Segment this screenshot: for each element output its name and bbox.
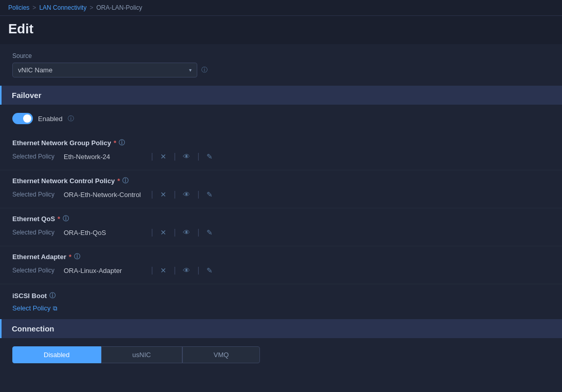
- sep-1c: |: [197, 190, 199, 199]
- ethernet-network-group-policy-info-icon[interactable]: ⓘ: [119, 139, 125, 147]
- ethernet-network-control-policy-info-icon[interactable]: ⓘ: [122, 177, 128, 185]
- source-value: vNIC Name: [18, 66, 52, 74]
- enabled-info-icon[interactable]: ⓘ: [68, 114, 74, 123]
- iscsi-select-policy-link[interactable]: Select Policy ⧉: [12, 304, 550, 312]
- ethernet-network-group-policy-group: Ethernet Network Group Policy * ⓘ Select…: [0, 132, 562, 170]
- ethernet-network-group-view-icon[interactable]: 👁: [181, 151, 192, 162]
- connection-section: Connection Disabled usNIC VMQ: [0, 319, 562, 363]
- ethernet-qos-policy-info-icon[interactable]: ⓘ: [63, 214, 69, 223]
- ethernet-adapter-policy-row-label: Selected Policy: [12, 267, 64, 274]
- source-info-icon[interactable]: ⓘ: [201, 66, 208, 74]
- ethernet-network-control-view-icon[interactable]: 👁: [181, 189, 192, 200]
- ethernet-adapter-view-icon[interactable]: 👁: [181, 265, 192, 276]
- connection-header: Connection: [0, 319, 562, 338]
- ethernet-network-group-policy-name: Ethernet Network Group Policy: [12, 139, 111, 147]
- ethernet-network-group-policy-row: Selected Policy Eth-Network-24 | ✕ | 👁 |…: [12, 151, 550, 162]
- sep-1b: |: [174, 190, 176, 199]
- sep-0b: |: [174, 152, 176, 161]
- ethernet-network-control-policy-row-label: Selected Policy: [12, 191, 64, 198]
- source-label: Source: [12, 52, 550, 60]
- toggle-thumb: [23, 114, 31, 123]
- sep-0a: |: [151, 152, 153, 161]
- breadcrumb-sep-2: >: [89, 4, 93, 11]
- ethernet-qos-edit-icon[interactable]: ✎: [204, 227, 215, 238]
- source-section: Source vNIC Name ▾ ⓘ: [0, 44, 562, 86]
- ethernet-adapter-edit-icon[interactable]: ✎: [204, 265, 215, 276]
- connection-tabs: Disabled usNIC VMQ: [0, 338, 562, 363]
- ethernet-qos-policy-group: Ethernet QoS * ⓘ Selected Policy ORA-Eth…: [0, 208, 562, 246]
- ethernet-network-group-clear-icon[interactable]: ✕: [158, 151, 168, 162]
- enabled-toggle[interactable]: [12, 113, 33, 124]
- required-star-2: *: [58, 215, 60, 223]
- enabled-label: Enabled: [38, 115, 63, 123]
- ethernet-network-control-edit-icon[interactable]: ✎: [204, 189, 215, 200]
- failover-section: Failover Enabled ⓘ Ethernet Network Grou…: [0, 86, 562, 319]
- ethernet-qos-policy-title: Ethernet QoS * ⓘ: [12, 214, 550, 223]
- connection-tab-usnic[interactable]: usNIC: [101, 346, 182, 363]
- sep-3a: |: [151, 266, 153, 275]
- required-star-1: *: [117, 177, 120, 185]
- failover-header: Failover: [0, 86, 562, 105]
- breadcrumb-lan-connectivity[interactable]: LAN Connectivity: [39, 4, 86, 11]
- breadcrumb-sep-1: >: [32, 4, 36, 11]
- iscsi-boot-info-icon[interactable]: ⓘ: [49, 291, 55, 300]
- required-star-0: *: [114, 139, 116, 147]
- ethernet-network-control-policy-value: ORA-Eth-Network-Control: [64, 191, 146, 199]
- ethernet-adapter-policy-info-icon[interactable]: ⓘ: [74, 252, 80, 261]
- breadcrumb-ora-lan-policy: ORA-LAN-Policy: [96, 4, 142, 11]
- ethernet-adapter-policy-title: Ethernet Adapter * ⓘ: [12, 252, 550, 261]
- ethernet-qos-policy-name: Ethernet QoS: [12, 215, 55, 223]
- iscsi-boot-section: iSCSI Boot ⓘ Select Policy ⧉: [0, 284, 562, 319]
- required-star-3: *: [69, 253, 71, 261]
- ethernet-qos-clear-icon[interactable]: ✕: [158, 227, 168, 238]
- ethernet-network-group-policy-row-label: Selected Policy: [12, 153, 64, 160]
- iscsi-boot-name: iSCSI Boot: [12, 292, 47, 300]
- ethernet-adapter-policy-row: Selected Policy ORA-Linux-Adapter | ✕ | …: [12, 265, 550, 276]
- sep-1a: |: [151, 190, 153, 199]
- sep-2b: |: [174, 228, 176, 237]
- ethernet-network-control-policy-group: Ethernet Network Control Policy * ⓘ Sele…: [0, 170, 562, 208]
- chevron-down-icon: ▾: [189, 67, 192, 73]
- ethernet-network-control-clear-icon[interactable]: ✕: [158, 189, 168, 200]
- ethernet-network-control-policy-row: Selected Policy ORA-Eth-Network-Control …: [12, 189, 550, 200]
- ethernet-qos-policy-row: Selected Policy ORA-Eth-QoS | ✕ | 👁 | ✎: [12, 227, 550, 238]
- ethernet-adapter-clear-icon[interactable]: ✕: [158, 265, 168, 276]
- ethernet-adapter-policy-name: Ethernet Adapter: [12, 253, 66, 261]
- iscsi-external-link-icon: ⧉: [53, 305, 58, 312]
- main-content: Source vNIC Name ▾ ⓘ Failover Enabled ⓘ: [0, 44, 562, 392]
- sep-0c: |: [197, 152, 199, 161]
- ethernet-network-group-edit-icon[interactable]: ✎: [204, 151, 215, 162]
- ethernet-adapter-policy-value: ORA-Linux-Adapter: [64, 267, 146, 275]
- breadcrumb: Policies > LAN Connectivity > ORA-LAN-Po…: [0, 0, 562, 16]
- ethernet-qos-policy-value: ORA-Eth-QoS: [64, 229, 146, 237]
- sep-2a: |: [151, 228, 153, 237]
- ethernet-network-control-policy-title: Ethernet Network Control Policy * ⓘ: [12, 177, 550, 185]
- breadcrumb-policies[interactable]: Policies: [8, 4, 29, 11]
- source-icons: ▾: [189, 67, 192, 73]
- enabled-toggle-row: Enabled ⓘ: [0, 105, 562, 132]
- source-select[interactable]: vNIC Name ▾: [12, 63, 197, 77]
- sep-2c: |: [197, 228, 199, 237]
- ethernet-qos-policy-row-label: Selected Policy: [12, 229, 64, 236]
- iscsi-select-policy-label: Select Policy: [12, 304, 50, 312]
- ethernet-qos-view-icon[interactable]: 👁: [181, 227, 192, 238]
- ethernet-network-group-policy-title: Ethernet Network Group Policy * ⓘ: [12, 139, 550, 147]
- iscsi-boot-title: iSCSI Boot ⓘ: [12, 291, 550, 300]
- sep-3c: |: [197, 266, 199, 275]
- connection-tab-disabled[interactable]: Disabled: [12, 346, 101, 363]
- page-title: Edit: [0, 16, 562, 44]
- ethernet-adapter-policy-group: Ethernet Adapter * ⓘ Selected Policy ORA…: [0, 246, 562, 284]
- ethernet-network-control-policy-name: Ethernet Network Control Policy: [12, 177, 115, 185]
- connection-tab-vmq[interactable]: VMQ: [182, 346, 260, 363]
- ethernet-network-group-policy-value: Eth-Network-24: [64, 153, 146, 161]
- sep-3b: |: [174, 266, 176, 275]
